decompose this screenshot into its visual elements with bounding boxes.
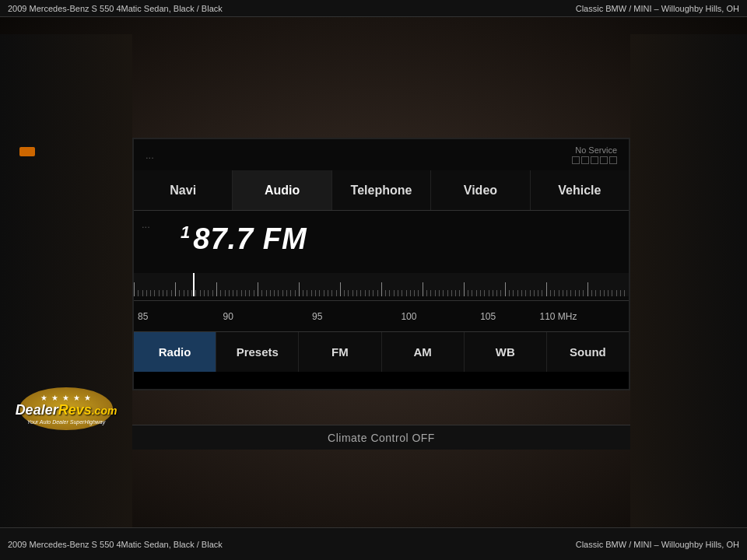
tab-sound[interactable]: Sound [547,332,629,372]
tab-audio[interactable]: Audio [233,170,331,210]
tab-am[interactable]: AM [382,332,465,372]
screen-status-bar: ... No Service [134,139,629,170]
orange-indicator [19,147,35,156]
frequency-value: 87.7 FM [193,222,307,255]
frequency-display: 187.7 FM [181,222,307,256]
top-bar-title-left: 2009 Mercedes-Benz S 550 4Matic Sedan, B… [8,4,223,13]
tab-fm[interactable]: FM [299,332,381,372]
dealerrevs-watermark: ★ ★ ★ ★ ★ DealerRevs.com Your Auto Deale… [16,380,117,438]
tab-presets[interactable]: Presets [216,332,299,372]
content-dots: ... [142,219,150,230]
tuner-tick-area [134,273,629,296]
tab-navi[interactable]: Navi [134,170,233,210]
signal-bar-1 [572,156,580,164]
tab-wb[interactable]: WB [465,332,547,372]
frequency-indicator [193,273,195,296]
tuner-freq-labels: 85 90 95 100 105 110 MHz [134,300,629,331]
bottom-bar-title-left: 2009 Mercedes-Benz S 550 4Matic Sedan, B… [8,540,223,549]
freq-prefix: 1 [181,222,191,242]
watermark-stars: ★ ★ ★ ★ ★ [40,394,91,402]
tab-telephone[interactable]: Telephone [332,170,431,210]
climate-control-text: Climate Control OFF [328,432,435,444]
freq-label-95: 95 [312,311,322,322]
signal-bars [572,156,617,164]
tab-radio[interactable]: Radio [134,332,216,372]
freq-label-90: 90 [223,311,233,322]
signal-bar-3 [591,156,598,164]
bottom-bar-title-right: Classic BMW / MINI – Willoughby Hills, O… [576,540,739,549]
left-panel [0,34,132,544]
tick-marks-container [134,273,629,296]
screen-nav-tabs: Navi Audio Telephone Video Vehicle [134,170,629,211]
tab-vehicle[interactable]: Vehicle [531,170,629,210]
freq-label-110: 110 MHz [540,311,577,322]
freq-label-85: 85 [138,311,148,322]
climate-control-strip: Climate Control OFF [132,425,630,450]
status-dots: ... [146,149,154,161]
freq-label-105: 105 [480,311,496,322]
top-bar-title-right: Classic BMW / MINI – Willoughby Hills, O… [576,4,739,13]
screen-main-content: ... 187.7 FM 85 90 95 100 105 110 MHz [134,211,629,331]
signal-status: No Service [572,145,617,164]
photo-area: ... No Service Navi Audio Tele [0,17,747,527]
infotainment-screen: ... No Service Navi Audio Tele [132,138,630,390]
screen-bottom-tabs: Radio Presets FM AM WB Sound [134,331,629,372]
signal-bar-2 [581,156,589,164]
signal-bar-4 [600,156,608,164]
tuner-scale: 85 90 95 100 105 110 MHz [134,273,629,331]
tab-video[interactable]: Video [431,170,530,210]
bottom-bar: 2009 Mercedes-Benz S 550 4Matic Sedan, B… [0,527,747,560]
signal-bar-5 [609,156,617,164]
right-panel [630,34,747,544]
freq-label-100: 100 [401,311,416,322]
top-bar: 2009 Mercedes-Benz S 550 4Matic Sedan, B… [0,0,747,17]
watermark-tagline: Your Auto Dealer SuperHighway [27,419,106,425]
watermark-main-text: DealerRevs.com [16,402,117,418]
no-service-label: No Service [575,145,617,155]
watermark-logo: ★ ★ ★ ★ ★ DealerRevs.com Your Auto Deale… [19,387,113,430]
